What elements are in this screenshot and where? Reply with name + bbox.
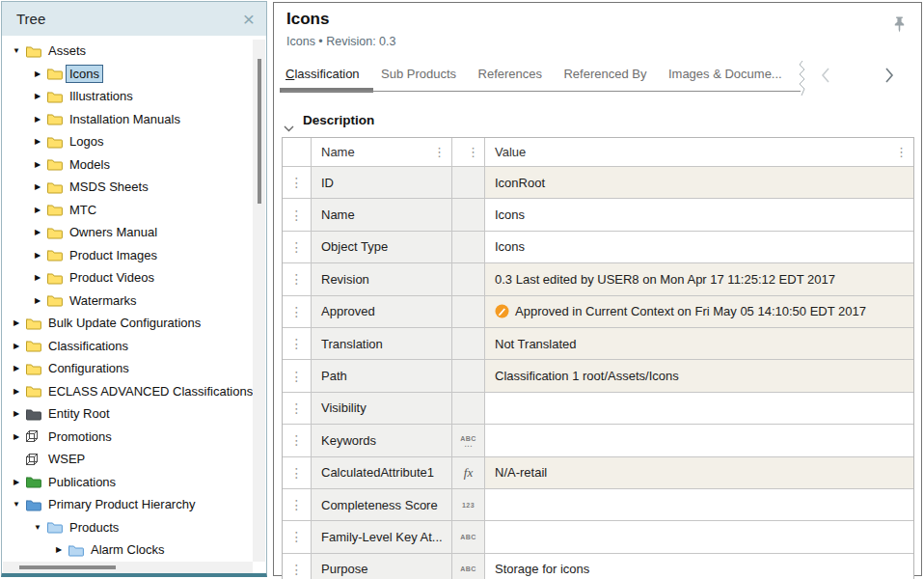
expand-arrow-icon[interactable] (52, 545, 66, 554)
row-drag-handle[interactable]: ⋮ (283, 232, 312, 262)
tree-item[interactable]: Alarm Clocks (2, 538, 253, 562)
tree-item-label: Bulk Update Configurations (45, 315, 204, 331)
expand-arrow-icon[interactable] (31, 92, 44, 100)
tree-item[interactable]: Logos (2, 130, 253, 153)
tree-item[interactable]: Models (2, 153, 253, 177)
row-drag-handle[interactable]: ⋮ (283, 554, 312, 579)
tree-item[interactable]: Watermarks (2, 290, 253, 313)
expand-arrow-icon[interactable] (31, 273, 44, 282)
expand-arrow-icon[interactable] (31, 206, 44, 214)
row-drag-handle[interactable]: ⋮ (283, 393, 312, 424)
row-drag-handle[interactable]: ⋮ (283, 360, 312, 391)
column-menu-icon[interactable]: ⋮ (433, 145, 446, 159)
expand-arrow-icon[interactable] (31, 69, 44, 78)
tree-item-label: Watermarks (67, 292, 140, 309)
expand-arrow-icon[interactable] (31, 523, 44, 532)
row-drag-handle[interactable]: ⋮ (283, 425, 312, 455)
attribute-table: Name ⋮ ⋮ Value ⋮ ⋮ ID ABC (282, 137, 914, 579)
tree-item[interactable]: ECLASS ADVANCED Classifications (2, 380, 253, 403)
row-drag-handle[interactable]: ⋮ (283, 167, 312, 198)
drag-dots-icon: ⋮ (290, 530, 304, 543)
expand-arrow-icon[interactable] (10, 364, 23, 372)
tree-item-label: Product Videos (67, 269, 157, 286)
tree-item[interactable]: Configurations (2, 357, 253, 380)
expand-arrow-icon[interactable] (31, 137, 44, 146)
attribute-value[interactable] (485, 393, 913, 424)
tab[interactable]: Sub Products (381, 67, 456, 81)
attribute-value[interactable]: Storage for icons (485, 554, 913, 579)
tree-item[interactable]: MSDS Sheets (2, 176, 253, 199)
tree-item-label: Classifications (45, 338, 131, 354)
expand-arrow-icon[interactable] (31, 160, 44, 169)
tree-horizontal-scrollbar-thumb[interactable] (19, 565, 116, 569)
attribute-value[interactable]: Not Translated (485, 328, 913, 359)
column-menu-icon[interactable]: ⋮ (467, 145, 479, 159)
table-body: ⋮ ID ABC ... fx 123 (283, 167, 913, 579)
tree-item[interactable]: Entity Root (2, 402, 253, 426)
attribute-value[interactable]: N/A-retail (485, 457, 913, 488)
row-drag-handle[interactable]: ⋮ (283, 296, 312, 327)
expand-arrow-icon[interactable] (10, 500, 23, 509)
tree-item[interactable]: Publications (2, 471, 253, 494)
tab[interactable]: Referenced By (563, 67, 646, 81)
expand-arrow-icon[interactable] (31, 182, 44, 191)
name-column-header: Name ⋮ (312, 138, 452, 166)
tabs-scroll-right-button[interactable] (883, 67, 895, 88)
attribute-value[interactable] (485, 425, 913, 455)
attribute-value-text: N/A-retail (495, 465, 547, 480)
tree-item[interactable]: Products (2, 516, 253, 539)
tabs-scroll-left-button[interactable] (820, 67, 831, 88)
attribute-type-icon: ABC ... fx 123 (452, 360, 485, 391)
row-drag-handle[interactable]: ⋮ (283, 199, 312, 230)
attribute-type-icon: ABC ... fx 123 (452, 521, 485, 552)
table-row: ⋮ ID ABC ... fx 123 (283, 167, 913, 199)
attribute-value[interactable]: Icons (485, 199, 913, 230)
tree-item[interactable]: Product Videos (2, 266, 253, 290)
attribute-value[interactable]: Approved in Current Context on Fri May 0… (485, 296, 913, 327)
tree-item[interactable]: WSEP (2, 448, 253, 471)
expand-arrow-icon[interactable] (31, 296, 44, 305)
row-drag-handle[interactable]: ⋮ (283, 521, 312, 552)
row-drag-handle[interactable]: ⋮ (283, 328, 312, 359)
tree-item[interactable]: Product Images (2, 244, 253, 267)
attribute-value[interactable] (485, 521, 913, 552)
tree-item[interactable]: Owners Manual (2, 221, 253, 244)
attribute-value[interactable]: Classification 1 root/Assets/Icons (485, 360, 913, 391)
tree-item[interactable]: Assets (2, 40, 253, 63)
expand-arrow-icon[interactable] (10, 46, 23, 55)
tree-item[interactable]: Bulk Update Configurations (2, 312, 253, 335)
tree-item[interactable]: Illustrations (2, 85, 253, 108)
expand-arrow-icon[interactable] (10, 478, 23, 486)
tree-item[interactable]: MTC (2, 199, 253, 222)
pin-icon[interactable] (893, 16, 906, 37)
tree-item[interactable]: Promotions (2, 426, 253, 449)
expand-arrow-icon[interactable] (31, 115, 44, 124)
expand-arrow-icon[interactable] (10, 318, 23, 327)
row-drag-handle[interactable]: ⋮ (283, 263, 312, 294)
attribute-value[interactable] (485, 489, 913, 520)
tree-item[interactable]: Primary Product Hierarchy (2, 493, 253, 516)
tree-item-label: Publications (45, 474, 119, 490)
expand-arrow-icon[interactable] (31, 251, 44, 260)
attribute-value[interactable]: 0.3 Last edited by USER8 on Mon Apr 17 1… (485, 263, 913, 294)
expand-arrow-icon[interactable] (10, 409, 23, 418)
expand-arrow-icon[interactable] (10, 342, 23, 350)
tab[interactable]: References (478, 67, 542, 81)
attribute-value[interactable]: IconRoot (485, 167, 913, 198)
section-collapse-icon[interactable] (284, 119, 294, 136)
tree-item[interactable]: Installation Manuals (2, 108, 253, 131)
row-drag-handle[interactable]: ⋮ (283, 457, 312, 488)
expand-arrow-icon[interactable] (10, 432, 23, 441)
tree-item[interactable]: Classifications (2, 335, 253, 358)
row-drag-handle[interactable]: ⋮ (283, 489, 312, 520)
close-icon[interactable]: × (243, 9, 255, 29)
tree-item[interactable]: Icons (2, 63, 253, 86)
tab[interactable]: Classification (285, 67, 360, 81)
expand-arrow-icon[interactable] (31, 228, 44, 236)
column-menu-icon[interactable]: ⋮ (895, 145, 908, 159)
attribute-value[interactable]: Icons (485, 232, 913, 262)
expand-arrow-icon[interactable] (10, 387, 23, 396)
node-icon (25, 407, 41, 421)
tree-vertical-scrollbar-thumb[interactable] (258, 59, 261, 204)
tab[interactable]: Images & Docume... (668, 67, 782, 81)
